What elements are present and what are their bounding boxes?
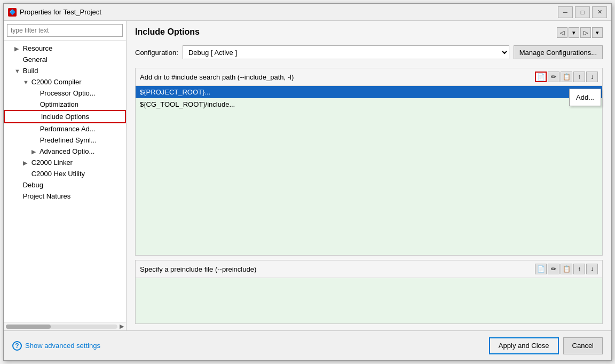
expand-icon: ▼: [23, 79, 29, 85]
sidebar-item-c2000-hex-utility[interactable]: C2000 Hex Utility: [4, 168, 126, 179]
nav-back-button[interactable]: ◁: [557, 27, 567, 38]
add-icon: 📄: [537, 265, 545, 273]
copy-icon: 📋: [563, 265, 571, 273]
sidebar-item-predefined-syml[interactable]: Predefined Syml...: [4, 134, 126, 146]
panel2-add-button[interactable]: 📄: [535, 264, 547, 274]
panel2-list: [136, 278, 602, 323]
cancel-button[interactable]: Cancel: [563, 337, 603, 354]
footer-buttons: Apply and Close Cancel: [489, 337, 603, 354]
sidebar-scrollbar[interactable]: ▶: [4, 322, 126, 330]
expand-icon: [14, 193, 21, 200]
panel2-down-button[interactable]: ↓: [586, 264, 598, 274]
sidebar-item-build[interactable]: ▼ Build: [4, 65, 126, 76]
show-advanced-link[interactable]: Show advanced settings: [25, 342, 100, 350]
sidebar: ▶ Resource General ▼ Build ▼ C2000 Compi…: [4, 21, 127, 330]
config-row: Configuration: Debug [ Active ]Release M…: [135, 45, 603, 59]
panel1-copy-button[interactable]: 📋: [561, 72, 572, 82]
nav-back-dropdown-button[interactable]: ▾: [569, 27, 579, 38]
item-label: ${CG_TOOL_ROOT}/include...: [140, 100, 235, 108]
up-icon: ↑: [578, 265, 581, 273]
properties-window: 🔷 Properties for Test_Project ─ □ ✕ ▶ Re…: [3, 3, 612, 361]
panel1-edit-button[interactable]: ✏: [548, 72, 559, 82]
up-icon: ↑: [578, 73, 581, 81]
minimize-button[interactable]: ─: [558, 6, 573, 18]
edit-icon: ✏: [551, 265, 556, 273]
sidebar-item-c2000-compiler[interactable]: ▼ C2000 Compiler: [4, 76, 126, 88]
sidebar-item-performance-ad[interactable]: Performance Ad...: [4, 123, 126, 134]
panel2-up-button[interactable]: ↑: [573, 264, 585, 274]
down-icon: ↓: [590, 73, 594, 81]
window-controls: ─ □ ✕: [558, 6, 607, 18]
panel1-add-button[interactable]: 📄: [535, 72, 547, 82]
edit-icon: ✏: [551, 73, 556, 81]
expand-icon: ▶: [23, 160, 29, 167]
preinclude-panel: Specify a preinclude file (--preinclude)…: [135, 260, 603, 324]
scroll-right-arrow[interactable]: ▶: [120, 323, 124, 330]
panel1-toolbar: 📄 ✏ 📋 ↑ ↓: [535, 72, 598, 82]
expand-icon: [23, 171, 29, 177]
panel2-header-text: Specify a preinclude file (--preinclude): [140, 265, 535, 273]
sidebar-item-general[interactable]: General: [4, 54, 126, 65]
expand-icon: [31, 101, 38, 108]
nav-forward-button[interactable]: ▷: [580, 27, 591, 38]
nav-forward-dropdown-button[interactable]: ▾: [592, 27, 603, 38]
list-item[interactable]: ${CG_TOOL_ROOT}/include...: [136, 98, 602, 110]
panel1-down-button[interactable]: ↓: [586, 72, 598, 82]
sidebar-item-c2000-linker[interactable]: ▶ C2000 Linker: [4, 157, 126, 168]
nav-toolbar: ◁ ▾ ▷ ▾: [557, 27, 603, 38]
copy-icon: 📋: [563, 73, 571, 81]
list-item[interactable]: ${PROJECT_ROOT}...: [136, 86, 602, 98]
expand-icon: [14, 182, 21, 188]
panel1-up-button[interactable]: ↑: [573, 72, 585, 82]
item-label: ${PROJECT_ROOT}...: [140, 88, 210, 96]
expand-icon: [14, 57, 21, 63]
manage-configurations-button[interactable]: Manage Configurations...: [514, 45, 603, 59]
title-bar: 🔷 Properties for Test_Project ─ □ ✕: [4, 4, 611, 21]
sidebar-item-include-options[interactable]: Include Options: [4, 110, 126, 123]
panel2-toolbar: 📄 ✏ 📋 ↑ ↓: [535, 264, 598, 274]
footer-left: ? Show advanced settings: [12, 341, 489, 351]
add-popup: Add...: [569, 89, 601, 106]
sidebar-item-processor-options[interactable]: Processor Optio...: [4, 88, 126, 99]
expand-icon: [31, 126, 38, 132]
panel2-edit-button[interactable]: ✏: [548, 264, 559, 274]
sidebar-item-advanced-optio[interactable]: ▶ Advanced Optio...: [4, 146, 126, 157]
expand-icon: [31, 90, 38, 97]
help-icon[interactable]: ?: [12, 341, 22, 351]
panel1-header-text: Add dir to #include search path (--inclu…: [140, 73, 535, 81]
footer: ? Show advanced settings Apply and Close…: [4, 330, 611, 360]
panel1-list: ${PROJECT_ROOT}... ${CG_TOOL_ROOT}/inclu…: [136, 86, 602, 255]
apply-close-button[interactable]: Apply and Close: [489, 337, 559, 354]
filter-input[interactable]: [7, 24, 123, 37]
close-button[interactable]: ✕: [592, 6, 607, 18]
expand-icon: ▶: [14, 45, 21, 52]
panel2-copy-button[interactable]: 📋: [561, 264, 572, 274]
content-area: ▶ Resource General ▼ Build ▼ C2000 Compi…: [4, 21, 611, 330]
filter-box: [4, 21, 126, 41]
main-panel: Include Options ◁ ▾ ▷ ▾ Configuration: D…: [127, 21, 611, 330]
maximize-button[interactable]: □: [575, 6, 590, 18]
expand-icon: [33, 114, 39, 120]
app-icon: 🔷: [8, 8, 17, 17]
expand-icon: [31, 137, 38, 144]
panel1-header: Add dir to #include search path (--inclu…: [136, 68, 602, 86]
sidebar-item-optimization[interactable]: Optimization: [4, 99, 126, 110]
config-select[interactable]: Debug [ Active ]Release: [183, 45, 509, 59]
sidebar-item-resource[interactable]: ▶ Resource: [4, 43, 126, 54]
add-icon: 📄: [537, 73, 545, 81]
sidebar-item-project-natures[interactable]: Project Natures: [4, 191, 126, 202]
scroll-track: [6, 325, 117, 329]
sidebar-item-debug[interactable]: Debug: [4, 179, 126, 191]
add-popup-item[interactable]: Add...: [570, 91, 601, 104]
panel-title: Include Options: [135, 27, 200, 37]
down-icon: ↓: [590, 265, 594, 273]
include-path-panel: Add dir to #include search path (--inclu…: [135, 68, 603, 256]
panel2-header: Specify a preinclude file (--preinclude)…: [136, 260, 602, 278]
scroll-thumb: [6, 325, 51, 329]
config-label: Configuration:: [135, 49, 178, 57]
expand-icon: ▶: [31, 148, 38, 155]
window-title: Properties for Test_Project: [20, 8, 558, 16]
expand-icon: ▼: [14, 68, 21, 74]
sidebar-tree: ▶ Resource General ▼ Build ▼ C2000 Compi…: [4, 41, 126, 322]
